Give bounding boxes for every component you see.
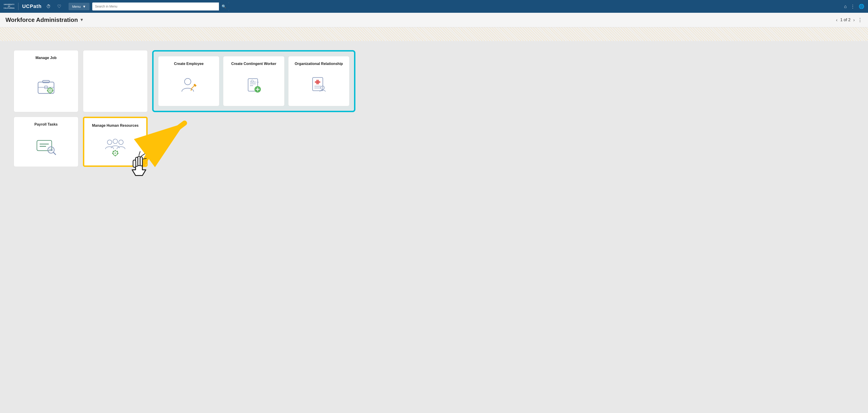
svg-point-42 <box>119 140 123 145</box>
svg-rect-6 <box>50 87 51 89</box>
create-employee-tile[interactable]: Create Employee <box>158 56 219 106</box>
header-bar: Workforce Administration ▼ ‹ 1 of 2 › ⋮ <box>0 13 868 27</box>
create-contingent-worker-icon: → <box>244 70 264 100</box>
svg-point-14 <box>185 79 191 85</box>
organizational-relationship-title: Organizational Relationship <box>295 62 343 66</box>
search-button[interactable]: 🔍 <box>219 2 229 10</box>
manage-job-tile[interactable]: Manage Job <box>14 50 79 112</box>
nav-divider <box>18 3 19 10</box>
prev-page-button[interactable]: ‹ <box>836 17 838 23</box>
history-icon[interactable]: ⏱ <box>44 3 53 10</box>
svg-rect-1 <box>42 81 50 83</box>
more-options-icon[interactable]: ⋮ <box>850 4 855 9</box>
svg-point-44 <box>114 152 116 154</box>
search-input[interactable] <box>92 3 219 10</box>
svg-text:→: → <box>255 80 259 84</box>
pagination-text: 1 of 2 <box>840 18 850 22</box>
svg-rect-9 <box>52 90 53 91</box>
svg-rect-29 <box>315 81 320 83</box>
empty-tile <box>83 50 148 112</box>
home-icon[interactable]: ⌂ <box>844 4 847 9</box>
svg-rect-46 <box>115 155 116 156</box>
manage-hr-icon <box>103 132 128 160</box>
manage-human-resources-tile[interactable]: Manage Human Resources <box>83 117 148 167</box>
svg-rect-7 <box>50 92 51 94</box>
uc-logo: UNIVERSITY OF CALIFORNIA <box>4 4 14 9</box>
svg-point-40 <box>107 140 112 145</box>
favorites-icon[interactable]: ♡ <box>55 3 63 10</box>
main-content: Manage Job <box>0 41 868 413</box>
svg-rect-45 <box>115 150 116 151</box>
svg-rect-8 <box>47 90 48 91</box>
svg-point-41 <box>113 139 118 144</box>
menu-button[interactable]: Menu ▼ <box>69 3 90 10</box>
globe-icon[interactable]: 🌐 <box>859 4 864 9</box>
page-title: Workforce Administration <box>5 17 78 24</box>
svg-rect-10 <box>48 88 49 90</box>
manage-job-title: Manage Job <box>35 56 57 60</box>
next-page-button[interactable]: › <box>853 17 855 23</box>
banner-image <box>0 27 868 41</box>
tile-grid: Manage Job <box>14 50 355 167</box>
nav-right-icons: ⌂ ⋮ 🌐 <box>844 4 864 9</box>
pagination-area: ‹ 1 of 2 › ⋮ <box>836 17 863 23</box>
svg-rect-11 <box>51 88 53 90</box>
create-contingent-worker-title: Create Contingent Worker <box>231 62 276 66</box>
content-wrapper: Manage Job <box>14 50 854 167</box>
svg-point-5 <box>49 90 51 91</box>
organizational-relationship-icon <box>308 70 329 100</box>
manage-hr-title: Manage Human Resources <box>92 123 139 128</box>
payroll-tasks-icon <box>35 131 57 161</box>
organizational-relationship-tile[interactable]: Organizational Relationship <box>288 56 349 106</box>
page-title-area: Workforce Administration ▼ <box>5 17 84 24</box>
svg-line-37 <box>53 152 56 154</box>
search-bar: 🔍 <box>92 2 229 10</box>
ucpath-brand: UCPath <box>22 3 41 9</box>
create-employee-icon <box>179 70 199 100</box>
payroll-tasks-tile[interactable]: Payroll Tasks <box>14 117 79 167</box>
top-navigation: UNIVERSITY OF CALIFORNIA UCPath ⏱ ♡ Menu… <box>0 0 868 13</box>
title-dropdown-arrow[interactable]: ▼ <box>80 18 84 22</box>
header-more-options[interactable]: ⋮ <box>858 17 863 23</box>
manage-job-icon <box>35 64 57 107</box>
create-contingent-worker-tile[interactable]: Create Contingent Worker → <box>223 56 284 106</box>
payroll-tasks-title: Payroll Tasks <box>34 122 58 126</box>
cyan-highlight-group: Create Employee <box>152 50 355 112</box>
create-employee-title: Create Employee <box>174 62 204 66</box>
